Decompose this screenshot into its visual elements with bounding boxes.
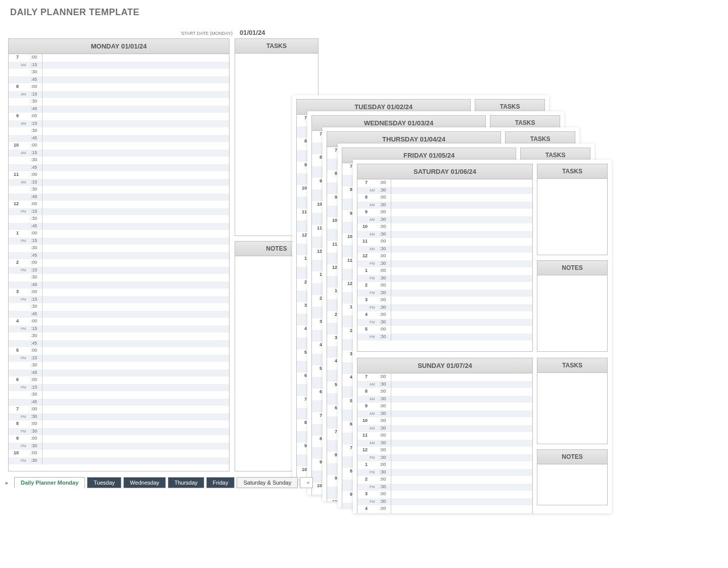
schedule-row[interactable]: :30 bbox=[9, 245, 229, 252]
schedule-row[interactable]: AM:30 bbox=[357, 202, 532, 209]
schedule-row[interactable]: :30 bbox=[9, 215, 229, 223]
schedule-row[interactable]: 5:00 bbox=[9, 347, 229, 355]
schedule-row[interactable]: 7:00 bbox=[357, 179, 532, 187]
schedule-row[interactable]: 4:00 bbox=[357, 311, 532, 319]
schedule-row[interactable]: 1:00 bbox=[357, 461, 532, 469]
schedule-row[interactable]: AM:30 bbox=[357, 231, 532, 239]
schedule-row[interactable]: AM:15 bbox=[9, 62, 229, 69]
schedule-row[interactable]: 8:00 bbox=[9, 83, 229, 91]
schedule-row[interactable]: :45 bbox=[9, 340, 229, 348]
schedule-row[interactable]: 7:00 bbox=[9, 406, 229, 413]
schedule-row[interactable]: :30 bbox=[9, 303, 229, 311]
schedule-row[interactable]: AM:30 bbox=[357, 396, 532, 403]
schedule-row[interactable]: 6:00 bbox=[9, 376, 229, 384]
schedule-row[interactable]: :30 bbox=[9, 69, 229, 76]
schedule-row[interactable]: AM:30 bbox=[357, 246, 532, 253]
schedule-row[interactable]: AM:15 bbox=[9, 120, 229, 128]
schedule-row[interactable]: 3:00 bbox=[9, 289, 229, 296]
sunday-tasks-body[interactable] bbox=[537, 373, 607, 444]
schedule-row[interactable]: AM:30 bbox=[357, 410, 532, 418]
schedule-row[interactable]: 5:00 bbox=[357, 326, 532, 334]
schedule-row[interactable]: 12:00 bbox=[357, 447, 532, 454]
schedule-row[interactable]: 4:00 bbox=[9, 318, 229, 325]
schedule-row[interactable]: :45 bbox=[9, 311, 229, 318]
sheet-tab[interactable]: Tuesday bbox=[87, 477, 121, 488]
schedule-row[interactable]: 10:00 bbox=[9, 450, 229, 457]
schedule-row[interactable]: AM:30 bbox=[357, 216, 532, 224]
schedule-row[interactable]: 10:00 bbox=[9, 142, 229, 150]
schedule-row[interactable]: PM:15 bbox=[9, 355, 229, 362]
schedule-row[interactable]: 7:00 bbox=[9, 54, 229, 62]
schedule-row[interactable]: :45 bbox=[9, 223, 229, 230]
schedule-row[interactable]: 12:00 bbox=[9, 201, 229, 208]
schedule-row[interactable]: 11:00 bbox=[357, 432, 532, 440]
schedule-row[interactable]: :45 bbox=[9, 164, 229, 172]
tab-nav-prev-icon[interactable]: ▸ bbox=[2, 478, 12, 488]
schedule-row[interactable]: 4:00 bbox=[357, 505, 532, 513]
schedule-row[interactable]: PM:30 bbox=[357, 484, 532, 491]
schedule-row[interactable]: :45 bbox=[9, 281, 229, 289]
schedule-row[interactable]: :45 bbox=[9, 76, 229, 84]
schedule-row[interactable]: :30 bbox=[9, 127, 229, 135]
schedule-row[interactable]: 9:00 bbox=[357, 209, 532, 216]
schedule-row[interactable]: 9:00 bbox=[9, 113, 229, 120]
schedule-row[interactable]: PM:30 bbox=[9, 457, 229, 465]
schedule-row[interactable]: :45 bbox=[9, 252, 229, 260]
schedule-row[interactable]: 2:00 bbox=[357, 476, 532, 484]
schedule-row[interactable]: 9:00 bbox=[9, 435, 229, 443]
schedule-row[interactable]: PM:30 bbox=[357, 334, 532, 341]
schedule-row[interactable]: PM:30 bbox=[357, 319, 532, 326]
schedule-row[interactable]: :30 bbox=[9, 362, 229, 369]
schedule-row[interactable]: PM:30 bbox=[357, 260, 532, 268]
schedule-row[interactable]: 2:00 bbox=[357, 282, 532, 290]
schedule-row[interactable]: :30 bbox=[9, 333, 229, 340]
schedule-row[interactable]: :45 bbox=[9, 369, 229, 377]
start-date-value[interactable]: 01/01/24 bbox=[240, 29, 265, 36]
schedule-row[interactable]: PM:30 bbox=[357, 290, 532, 297]
schedule-row[interactable]: PM:30 bbox=[357, 513, 532, 514]
sunday-notes-body[interactable] bbox=[537, 464, 607, 505]
sheet-tab[interactable]: Daily Planner Monday bbox=[14, 477, 85, 488]
saturday-notes-body[interactable] bbox=[537, 275, 607, 351]
schedule-row[interactable]: AM:30 bbox=[357, 440, 532, 447]
schedule-row[interactable]: :30 bbox=[9, 391, 229, 399]
schedule-row[interactable]: 7:00 bbox=[357, 373, 532, 381]
schedule-row[interactable]: PM:15 bbox=[9, 296, 229, 304]
schedule-row[interactable]: PM:30 bbox=[357, 304, 532, 312]
schedule-row[interactable]: 8:00 bbox=[357, 388, 532, 396]
schedule-row[interactable]: PM:30 bbox=[357, 469, 532, 477]
schedule-row[interactable]: PM:30 bbox=[9, 428, 229, 436]
schedule-row[interactable]: 3:00 bbox=[357, 491, 532, 498]
schedule-row[interactable]: AM:15 bbox=[9, 150, 229, 157]
sheet-tab[interactable]: Thursday bbox=[168, 477, 204, 488]
schedule-row[interactable]: AM:30 bbox=[357, 187, 532, 195]
schedule-row[interactable]: :30 bbox=[9, 98, 229, 106]
schedule-row[interactable]: PM:30 bbox=[357, 275, 532, 282]
schedule-row[interactable]: :45 bbox=[9, 135, 229, 143]
schedule-row[interactable]: PM:30 bbox=[357, 498, 532, 506]
schedule-row[interactable]: PM:15 bbox=[9, 384, 229, 392]
schedule-row[interactable]: :30 bbox=[9, 274, 229, 281]
schedule-row[interactable]: PM:30 bbox=[357, 454, 532, 462]
schedule-row[interactable]: AM:30 bbox=[357, 425, 532, 433]
schedule-row[interactable]: PM:15 bbox=[9, 238, 229, 245]
schedule-row[interactable]: PM:15 bbox=[9, 325, 229, 333]
schedule-row[interactable]: PM:15 bbox=[9, 208, 229, 216]
tab-add-button[interactable]: + bbox=[300, 477, 313, 488]
sheet-tab[interactable]: Wednesday bbox=[123, 477, 166, 488]
sheet-tab[interactable]: Friday bbox=[206, 477, 235, 488]
schedule-row[interactable]: AM:15 bbox=[9, 179, 229, 186]
schedule-row[interactable]: 12:00 bbox=[357, 253, 532, 260]
schedule-row[interactable]: :30 bbox=[9, 186, 229, 194]
schedule-row[interactable]: 10:00 bbox=[357, 223, 532, 231]
schedule-row[interactable]: 3:00 bbox=[357, 297, 532, 304]
schedule-row[interactable]: AM:30 bbox=[357, 381, 532, 389]
saturday-tasks-body[interactable] bbox=[537, 179, 607, 255]
schedule-row[interactable]: 11:00 bbox=[357, 238, 532, 246]
schedule-row[interactable]: 10:00 bbox=[357, 417, 532, 425]
schedule-row[interactable]: AM:15 bbox=[9, 91, 229, 99]
schedule-row[interactable]: 8:00 bbox=[357, 194, 532, 202]
schedule-row[interactable]: :45 bbox=[9, 106, 229, 113]
schedule-row[interactable]: 11:00 bbox=[9, 171, 229, 179]
schedule-row[interactable]: 8:00 bbox=[9, 420, 229, 428]
